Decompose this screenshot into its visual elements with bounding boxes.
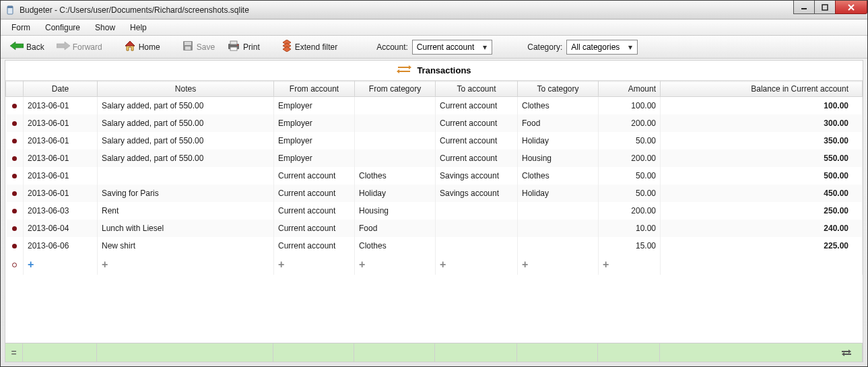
cell-to-category[interactable]: Holiday — [518, 185, 599, 202]
col-to-account[interactable]: To account — [436, 81, 518, 97]
cell-notes[interactable]: Rent — [98, 202, 274, 220]
cell-to-account[interactable]: Savings account — [436, 185, 518, 202]
cell-date[interactable]: 2013-06-01 — [24, 167, 98, 185]
cell-to-category[interactable]: Clothes — [518, 167, 599, 185]
cell-to-category[interactable] — [518, 237, 599, 255]
cell-date[interactable]: 2013-06-01 — [24, 97, 98, 115]
cell-from-account[interactable]: Employer — [274, 149, 355, 167]
add-row[interactable]: +++++++ — [6, 255, 863, 275]
cell-notes[interactable]: Salary added, part of 550.00 — [98, 149, 274, 167]
cell-notes[interactable] — [98, 167, 274, 185]
cell-amount[interactable]: 10.00 — [599, 220, 661, 237]
menu-form[interactable]: Form — [5, 21, 37, 34]
cell-notes[interactable]: Saving for Paris — [98, 185, 274, 202]
cell-to-category[interactable] — [518, 202, 599, 220]
cell-amount[interactable]: 50.00 — [599, 185, 661, 202]
add-to-category[interactable]: + — [518, 255, 599, 275]
cell-to-account[interactable]: Current account — [436, 97, 518, 115]
cell-from-account[interactable]: Employer — [274, 132, 355, 149]
filter-amount[interactable] — [598, 343, 660, 362]
filter-to-category[interactable] — [517, 343, 598, 362]
cell-to-account[interactable]: Current account — [436, 132, 518, 149]
extend-filter-button[interactable]: Extend filter — [277, 38, 341, 55]
cell-date[interactable]: 2013-06-01 — [24, 132, 98, 149]
cell-notes[interactable]: Lunch with Liesel — [98, 220, 274, 237]
menu-show[interactable]: Show — [88, 21, 122, 34]
cell-notes[interactable]: Salary added, part of 550.00 — [98, 132, 274, 149]
cell-from-category[interactable]: Holiday — [355, 185, 436, 202]
cell-from-account[interactable]: Employer — [274, 114, 355, 132]
cell-from-account[interactable]: Current account — [274, 237, 355, 255]
cell-notes[interactable]: Salary added, part of 550.00 — [98, 97, 274, 115]
cell-date[interactable]: 2013-06-03 — [24, 202, 98, 220]
table-row[interactable]: 2013-06-03RentCurrent accountHousing200.… — [6, 202, 863, 220]
filter-row[interactable]: = — [5, 343, 863, 362]
cell-notes[interactable]: Salary added, part of 550.00 — [98, 114, 274, 132]
cell-from-category[interactable] — [355, 114, 436, 132]
cell-from-account[interactable]: Current account — [274, 185, 355, 202]
cell-amount[interactable]: 15.00 — [599, 237, 661, 255]
cell-date[interactable]: 2013-06-01 — [24, 114, 98, 132]
back-button[interactable]: Back — [6, 40, 48, 54]
forward-button[interactable]: Forward — [53, 40, 106, 54]
cell-from-account[interactable]: Current account — [274, 202, 355, 220]
cell-amount[interactable]: 50.00 — [599, 132, 661, 149]
cell-amount[interactable]: 200.00 — [599, 202, 661, 220]
cell-to-category[interactable]: Clothes — [518, 97, 599, 115]
add-date[interactable]: + — [24, 255, 98, 275]
filter-notes[interactable] — [97, 343, 273, 362]
cell-from-account[interactable]: Employer — [274, 97, 355, 115]
table-row[interactable]: 2013-06-06New shirtCurrent accountClothe… — [6, 237, 863, 255]
cell-to-account[interactable] — [436, 220, 518, 237]
cell-to-category[interactable]: Food — [518, 114, 599, 132]
cell-amount[interactable]: 100.00 — [599, 97, 661, 115]
minimize-button[interactable] — [793, 1, 815, 14]
col-notes[interactable]: Notes — [98, 81, 274, 97]
cell-from-category[interactable]: Clothes — [355, 167, 436, 185]
cell-to-account[interactable]: Current account — [436, 114, 518, 132]
cell-to-category[interactable] — [518, 220, 599, 237]
filter-from-category[interactable] — [354, 343, 435, 362]
add-amount[interactable]: + — [599, 255, 661, 275]
filter-from-account[interactable] — [273, 343, 354, 362]
home-button[interactable]: Home — [120, 38, 164, 55]
print-button[interactable]: Print — [223, 38, 264, 55]
cell-from-category[interactable]: Housing — [355, 202, 436, 220]
cell-to-account[interactable]: Current account — [436, 149, 518, 167]
cell-from-account[interactable]: Current account — [274, 167, 355, 185]
cell-from-account[interactable]: Current account — [274, 220, 355, 237]
table-row[interactable]: 2013-06-01Current accountClothesSavings … — [6, 167, 863, 185]
col-marker[interactable] — [6, 81, 24, 97]
close-button[interactable] — [835, 1, 867, 14]
add-from-account[interactable]: + — [274, 255, 355, 275]
save-button[interactable]: Save — [178, 38, 219, 55]
cell-date[interactable]: 2013-06-01 — [24, 185, 98, 202]
cell-from-category[interactable]: Food — [355, 220, 436, 237]
cell-from-category[interactable]: Clothes — [355, 237, 436, 255]
table-row[interactable]: 2013-06-01Salary added, part of 550.00Em… — [6, 97, 863, 115]
add-to-account[interactable]: + — [436, 255, 518, 275]
maximize-button[interactable] — [814, 1, 836, 14]
col-from-account[interactable]: From account — [274, 81, 355, 97]
cell-from-category[interactable] — [355, 97, 436, 115]
filter-to-account[interactable] — [435, 343, 517, 362]
col-from-category[interactable]: From category — [355, 81, 436, 97]
col-balance[interactable]: Balance in Current account — [661, 81, 863, 97]
cell-from-category[interactable] — [355, 149, 436, 167]
category-combo[interactable]: All categories ▾ — [566, 40, 638, 55]
table-row[interactable]: 2013-06-04Lunch with LieselCurrent accou… — [6, 220, 863, 237]
cell-amount[interactable]: 200.00 — [599, 149, 661, 167]
cell-to-account[interactable] — [436, 202, 518, 220]
cell-amount[interactable]: 50.00 — [599, 167, 661, 185]
table-row[interactable]: 2013-06-01Salary added, part of 550.00Em… — [6, 114, 863, 132]
cell-to-category[interactable]: Holiday — [518, 132, 599, 149]
col-date[interactable]: Date — [24, 81, 98, 97]
col-amount[interactable]: Amount — [599, 81, 661, 97]
cell-date[interactable]: 2013-06-06 — [24, 237, 98, 255]
table-row[interactable]: 2013-06-01Saving for ParisCurrent accoun… — [6, 185, 863, 202]
table-row[interactable]: 2013-06-01Salary added, part of 550.00Em… — [6, 149, 863, 167]
col-to-category[interactable]: To category — [518, 81, 599, 97]
add-from-category[interactable]: + — [355, 255, 436, 275]
table-row[interactable]: 2013-06-01Salary added, part of 550.00Em… — [6, 132, 863, 149]
cell-date[interactable]: 2013-06-04 — [24, 220, 98, 237]
